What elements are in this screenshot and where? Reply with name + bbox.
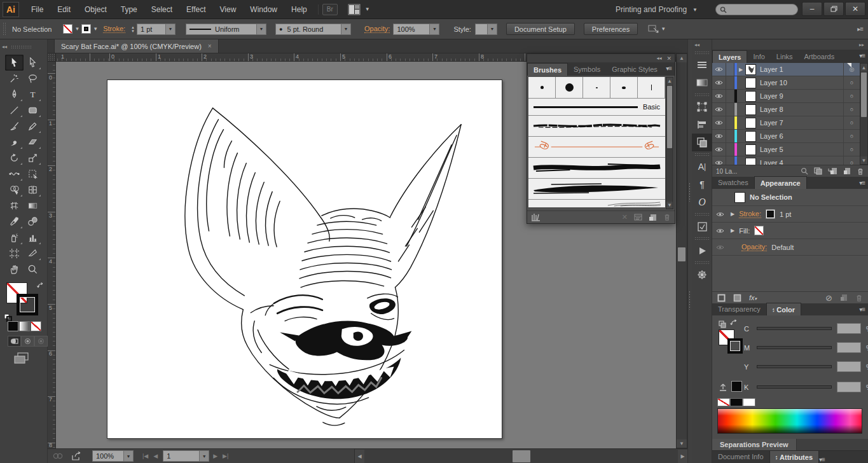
tab-swatches[interactable]: Swatches (712, 176, 754, 189)
ruler-origin-corner[interactable] (48, 53, 56, 62)
target-icon[interactable]: ○ (843, 116, 860, 129)
menu-edit[interactable]: Edit (50, 0, 78, 19)
duplicate-item-icon[interactable] (840, 294, 848, 301)
stroke-color-indicator[interactable] (17, 294, 38, 315)
brush-rough-2[interactable] (528, 179, 665, 200)
chevron-down-icon[interactable]: ▼ (74, 26, 79, 32)
stroke-swatch[interactable] (766, 209, 775, 219)
mesh-tool[interactable] (5, 198, 24, 214)
tab-color[interactable]: ▴▾ Color (766, 303, 801, 315)
dock-divider[interactable] (687, 39, 692, 463)
gradient-mode-button[interactable] (19, 321, 30, 331)
brush-calligraphic-2[interactable] (556, 77, 583, 98)
expand-row-icon[interactable]: ▶ (731, 211, 734, 217)
select-group-icon[interactable] (719, 321, 727, 328)
visibility-toggle-icon[interactable] (712, 90, 726, 102)
search-input[interactable] (715, 4, 798, 15)
layer-name[interactable]: Layer 9 (760, 92, 843, 100)
width-tool[interactable] (5, 166, 24, 182)
control-panel-menu-icon[interactable]: ▸≡ (857, 25, 863, 32)
target-icon[interactable]: ◎ (843, 63, 860, 76)
panel-menu-icon[interactable]: ▾≡ (859, 52, 865, 59)
direct-selection-tool[interactable] (24, 55, 42, 71)
actions-panel-icon[interactable] (692, 242, 712, 259)
brush-rough-1[interactable] (528, 158, 665, 179)
layer-row[interactable]: ▶ Layer 1 ◎ (712, 63, 860, 76)
scroll-down-icon[interactable]: ▼ (860, 156, 867, 164)
lock-toggle[interactable] (726, 156, 734, 165)
swap-fill-stroke-icon[interactable] (730, 319, 738, 328)
draw-behind-button[interactable] (21, 336, 34, 347)
brush-options-icon[interactable] (634, 214, 642, 221)
lock-toggle[interactable] (726, 143, 734, 156)
eyedropper-tool[interactable] (5, 214, 24, 230)
visibility-toggle-icon[interactable] (712, 116, 726, 129)
add-new-fill-icon[interactable] (733, 294, 741, 302)
preflight-panel-icon[interactable] (692, 218, 712, 235)
black-swatch[interactable] (730, 398, 743, 406)
color-mode-button[interactable] (8, 321, 18, 331)
tab-brushes[interactable]: Brushes (527, 63, 568, 76)
layer-name[interactable]: Layer 8 (760, 106, 843, 113)
panel-menu-icon[interactable]: ▾≡ (859, 179, 865, 186)
brush-definition-field[interactable]: ● 5 pt. Round (275, 24, 341, 35)
layer-name[interactable]: Layer 5 (760, 146, 843, 153)
scroll-up-icon[interactable]: ▲ (860, 64, 867, 71)
rectangle-tool[interactable] (24, 102, 42, 118)
layer-row[interactable]: Layer 6 ○ (712, 130, 860, 143)
width-profile-field[interactable]: Uniform (186, 24, 257, 35)
menu-view[interactable]: View (213, 0, 244, 19)
column-graph-tool[interactable] (24, 230, 42, 245)
white-swatch[interactable] (743, 398, 755, 406)
new-layer-icon[interactable] (843, 167, 851, 175)
brush-calligraphic-1[interactable] (528, 77, 556, 98)
horizontal-scrollbar-thumb[interactable] (513, 450, 530, 462)
collapse-panel-icon[interactable]: ◂◂ (656, 55, 661, 61)
fill-attribute-label[interactable]: Fill: (739, 227, 750, 235)
gradient-tool[interactable] (24, 198, 42, 214)
share-export-icon[interactable] (72, 452, 82, 460)
rotate-tool[interactable] (5, 150, 24, 166)
brush-scribble[interactable] (528, 200, 665, 207)
target-icon[interactable]: ○ (843, 156, 860, 165)
gradient-panel-icon[interactable] (692, 74, 712, 92)
scroll-right-icon[interactable]: ▶ (678, 450, 687, 463)
slice-tool[interactable] (24, 245, 42, 261)
drag-grip[interactable] (11, 45, 32, 48)
eraser-tool[interactable] (24, 134, 42, 150)
collapse-panel-icon[interactable]: ◂◂ (2, 44, 7, 50)
make-clipping-mask-icon[interactable] (814, 167, 822, 175)
paintbrush-tool[interactable] (5, 118, 24, 134)
width-profile-dropdown[interactable]: ▼ (257, 24, 266, 35)
navigator-panel-icon[interactable] (692, 266, 712, 284)
tab-transparency[interactable]: Transparency (712, 303, 766, 315)
menu-file[interactable]: File (24, 0, 50, 19)
opacity-field[interactable]: 100% (393, 24, 430, 35)
document-tab[interactable]: Scary Bat Face.ai* @ 100% (CMYK/Preview)… (54, 39, 219, 53)
layer-row[interactable]: Layer 9 ○ (712, 90, 860, 103)
artboard-dropdown[interactable]: ▼ (200, 450, 209, 462)
menu-effect[interactable]: Effect (179, 0, 212, 19)
workspace-switcher[interactable]: Printing and Proofing ▼ (616, 0, 699, 19)
blend-tool[interactable] (24, 214, 42, 230)
add-effect-button[interactable]: fx▾ (749, 294, 757, 301)
layer-row[interactable]: Layer 4 ○ (712, 156, 860, 165)
tab-info[interactable]: Info (747, 50, 770, 63)
lock-toggle[interactable] (726, 63, 734, 76)
cyan-slider[interactable] (757, 327, 832, 330)
opacity-attribute-link[interactable]: Opacity: (741, 243, 767, 251)
lock-toggle[interactable] (726, 76, 734, 89)
remove-brush-stroke-icon[interactable]: ✕ (622, 213, 628, 221)
preferences-button[interactable]: Preferences (584, 23, 638, 35)
layers-scrollbar-thumb[interactable] (861, 73, 867, 117)
opentype-panel-icon[interactable]: O (692, 193, 712, 211)
scale-tool[interactable] (24, 150, 42, 166)
drag-grip[interactable] (3, 22, 6, 36)
hand-tool[interactable] (5, 261, 24, 277)
panel-menu-icon[interactable]: ▾≡ (666, 65, 672, 72)
brush-calligraphic-5[interactable] (638, 77, 665, 98)
stroke-panel-icon[interactable] (692, 56, 712, 74)
tab-layers[interactable]: Layers (712, 50, 747, 63)
panel-menu-icon[interactable]: ▾≡ (819, 456, 825, 463)
layer-thumbnail[interactable] (745, 78, 756, 88)
